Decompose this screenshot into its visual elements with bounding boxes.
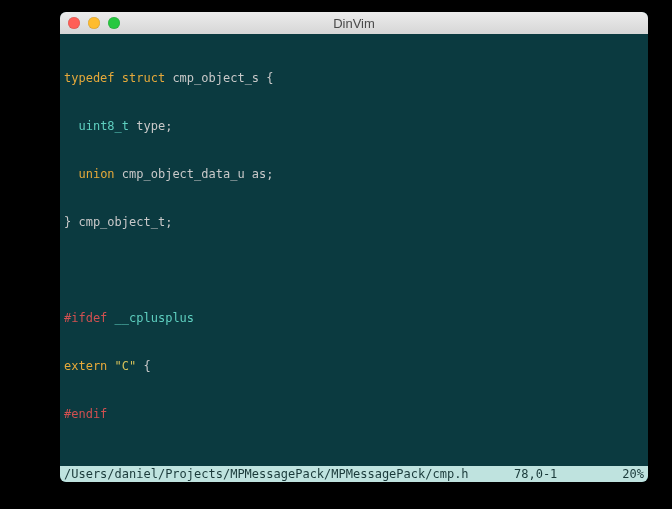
struct-name: cmp_object_s { xyxy=(165,71,273,85)
type-uint8: uint8_t xyxy=(78,119,129,133)
code-line: #ifdef __cplusplus xyxy=(60,310,648,326)
code-line xyxy=(60,454,648,466)
pp-symbol: __cplusplus xyxy=(107,311,194,325)
field: type; xyxy=(129,119,172,133)
keyword-struct: struct xyxy=(122,71,165,85)
string-c: "C" xyxy=(107,359,136,373)
editor-viewport[interactable]: typedef struct cmp_object_s { uint8_t ty… xyxy=(60,34,648,466)
window-title: DinVim xyxy=(60,16,648,31)
status-filepath: /Users/daniel/Projects/MPMessagePack/MPM… xyxy=(64,466,514,482)
pp-endif: #endif xyxy=(64,407,107,421)
status-percent: 20% xyxy=(604,466,644,482)
status-bar: /Users/daniel/Projects/MPMessagePack/MPM… xyxy=(60,466,648,482)
code-line: } cmp_object_t; xyxy=(60,214,648,230)
code-line: typedef struct cmp_object_s { xyxy=(60,70,648,86)
pp-ifdef: #ifdef xyxy=(64,311,107,325)
status-position: 78,0-1 xyxy=(514,466,604,482)
field: cmp_object_data_u as; xyxy=(115,167,274,181)
code-line xyxy=(60,262,648,278)
traffic-lights xyxy=(60,17,120,29)
struct-close: } cmp_object_t; xyxy=(64,215,172,229)
keyword-extern: extern xyxy=(64,359,107,373)
keyword-typedef: typedef xyxy=(64,71,115,85)
code-line: #endif xyxy=(60,406,648,422)
minimize-icon[interactable] xyxy=(88,17,100,29)
code-line: extern "C" { xyxy=(60,358,648,374)
zoom-icon[interactable] xyxy=(108,17,120,29)
code-line: uint8_t type; xyxy=(60,118,648,134)
brace: { xyxy=(136,359,150,373)
close-icon[interactable] xyxy=(68,17,80,29)
titlebar: DinVim xyxy=(60,12,648,35)
code-line: union cmp_object_data_u as; xyxy=(60,166,648,182)
keyword-union: union xyxy=(78,167,114,181)
app-window: DinVim typedef struct cmp_object_s { uin… xyxy=(60,12,648,482)
